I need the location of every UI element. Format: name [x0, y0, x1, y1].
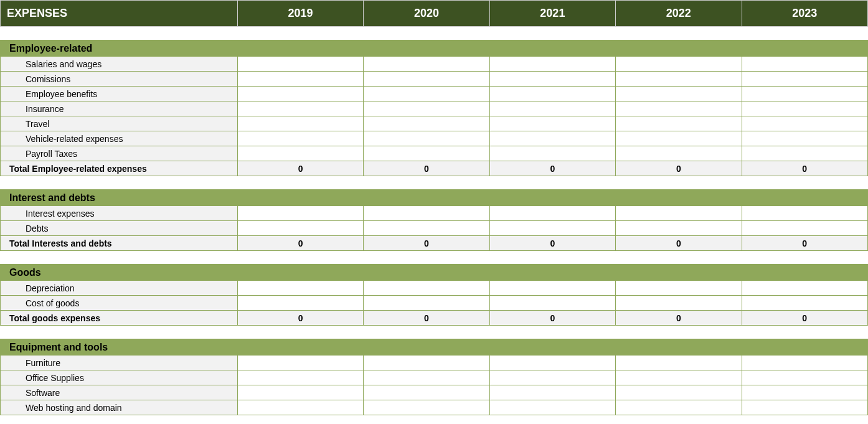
- item-value-cell[interactable]: [364, 385, 489, 400]
- item-value-cell[interactable]: [742, 116, 868, 131]
- item-value-cell[interactable]: [237, 116, 363, 131]
- item-value-cell[interactable]: [742, 281, 868, 296]
- item-value-cell[interactable]: [489, 385, 615, 400]
- item-value-cell[interactable]: [364, 356, 489, 370]
- item-label: Cost of goods: [1, 296, 238, 311]
- item-value-cell[interactable]: [742, 356, 868, 370]
- item-value-cell[interactable]: [616, 57, 742, 72]
- section-header: Employee-related: [1, 40, 868, 57]
- item-value-cell[interactable]: [616, 370, 742, 385]
- year-header-4: 2023: [742, 1, 868, 27]
- item-value-cell[interactable]: [616, 116, 742, 131]
- item-value-cell[interactable]: [742, 146, 868, 161]
- item-value-cell[interactable]: [616, 385, 742, 400]
- item-value-cell[interactable]: [364, 101, 489, 116]
- item-value-cell[interactable]: [364, 131, 489, 146]
- item-value-cell[interactable]: [237, 206, 363, 221]
- item-value-cell[interactable]: [616, 356, 742, 370]
- item-label: Depreciation: [1, 281, 238, 296]
- item-value-cell[interactable]: [364, 281, 489, 296]
- total-row: Total goods expenses00000: [1, 311, 868, 326]
- item-label: Salaries and wages: [1, 57, 238, 72]
- item-value-cell[interactable]: [489, 221, 615, 236]
- item-value-cell[interactable]: [237, 356, 363, 370]
- item-value-cell[interactable]: [237, 281, 363, 296]
- item-value-cell[interactable]: [616, 296, 742, 311]
- item-value-cell[interactable]: [237, 131, 363, 146]
- total-value: 0: [616, 236, 742, 251]
- item-value-cell[interactable]: [616, 146, 742, 161]
- item-value-cell[interactable]: [364, 296, 489, 311]
- item-value-cell[interactable]: [616, 206, 742, 221]
- item-value-cell[interactable]: [489, 206, 615, 221]
- total-label: Total Employee-related expenses: [1, 161, 238, 176]
- item-row: Web hosting and domain: [1, 400, 868, 415]
- item-value-cell[interactable]: [489, 87, 615, 101]
- item-row: Office Supplies: [1, 370, 868, 385]
- item-value-cell[interactable]: [364, 370, 489, 385]
- item-value-cell[interactable]: [364, 116, 489, 131]
- item-value-cell[interactable]: [616, 87, 742, 101]
- item-value-cell[interactable]: [237, 87, 363, 101]
- section-title: Goods: [1, 265, 868, 281]
- item-value-cell[interactable]: [742, 221, 868, 236]
- item-value-cell[interactable]: [742, 57, 868, 72]
- item-value-cell[interactable]: [742, 296, 868, 311]
- item-value-cell[interactable]: [489, 281, 615, 296]
- item-value-cell[interactable]: [237, 296, 363, 311]
- item-value-cell[interactable]: [616, 221, 742, 236]
- item-value-cell[interactable]: [237, 101, 363, 116]
- item-value-cell[interactable]: [489, 101, 615, 116]
- item-value-cell[interactable]: [616, 101, 742, 116]
- item-value-cell[interactable]: [742, 72, 868, 87]
- total-value: 0: [237, 161, 363, 176]
- item-value-cell[interactable]: [489, 370, 615, 385]
- item-value-cell[interactable]: [742, 206, 868, 221]
- item-value-cell[interactable]: [489, 57, 615, 72]
- item-value-cell[interactable]: [616, 131, 742, 146]
- year-header-1: 2020: [364, 1, 489, 27]
- item-value-cell[interactable]: [616, 400, 742, 415]
- item-value-cell[interactable]: [489, 116, 615, 131]
- item-value-cell[interactable]: [237, 72, 363, 87]
- item-value-cell[interactable]: [489, 400, 615, 415]
- item-value-cell[interactable]: [364, 400, 489, 415]
- item-value-cell[interactable]: [489, 72, 615, 87]
- item-value-cell[interactable]: [489, 131, 615, 146]
- item-value-cell[interactable]: [364, 72, 489, 87]
- item-value-cell[interactable]: [237, 385, 363, 400]
- item-value-cell[interactable]: [364, 146, 489, 161]
- item-value-cell[interactable]: [742, 87, 868, 101]
- item-row: Software: [1, 385, 868, 400]
- total-value: 0: [489, 161, 615, 176]
- total-label: Total Interests and debts: [1, 236, 238, 251]
- item-label: Web hosting and domain: [1, 400, 238, 415]
- header-row: EXPENSES20192020202120222023: [1, 1, 868, 27]
- item-value-cell[interactable]: [237, 221, 363, 236]
- item-value-cell[interactable]: [364, 57, 489, 72]
- item-value-cell[interactable]: [742, 385, 868, 400]
- item-value-cell[interactable]: [364, 206, 489, 221]
- item-value-cell[interactable]: [742, 101, 868, 116]
- item-value-cell[interactable]: [237, 370, 363, 385]
- item-value-cell[interactable]: [489, 356, 615, 370]
- item-row: Comissions: [1, 72, 868, 87]
- item-value-cell[interactable]: [237, 146, 363, 161]
- item-value-cell[interactable]: [742, 131, 868, 146]
- item-value-cell[interactable]: [364, 87, 489, 101]
- item-value-cell[interactable]: [616, 72, 742, 87]
- expenses-title: EXPENSES: [1, 1, 238, 27]
- item-value-cell[interactable]: [489, 296, 615, 311]
- item-row: Depreciation: [1, 281, 868, 296]
- item-value-cell[interactable]: [616, 281, 742, 296]
- total-value: 0: [489, 311, 615, 326]
- item-label: Payroll Taxes: [1, 146, 238, 161]
- item-value-cell[interactable]: [489, 146, 615, 161]
- item-label: Furniture: [1, 356, 238, 370]
- item-value-cell[interactable]: [364, 221, 489, 236]
- item-value-cell[interactable]: [237, 400, 363, 415]
- item-value-cell[interactable]: [237, 57, 363, 72]
- spacer-cell: [1, 326, 868, 339]
- item-value-cell[interactable]: [742, 400, 868, 415]
- item-value-cell[interactable]: [742, 370, 868, 385]
